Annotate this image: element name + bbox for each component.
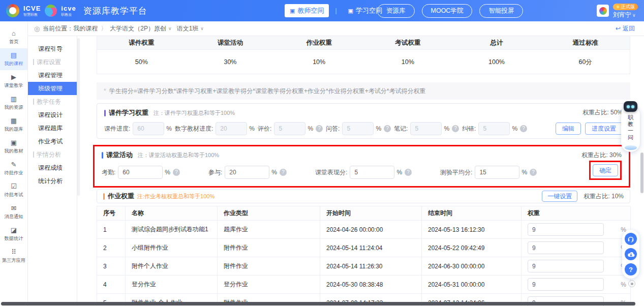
app-title: 资源库教学平台 [83,5,147,17]
menu-section-teaching-tasks: 教学任务 [28,95,77,108]
col-start: 开始时间 [320,206,422,221]
top-header: ICVE 智慧职教 icve 职教云 资源库教学平台 ▣ 教师空间 | ▣ 学习… [0,0,644,21]
col-weight: 权重 [522,206,631,221]
rail-item-third-party-apps[interactable]: ⠿第三方应用 [0,245,27,267]
summary-col-total: 总计 [452,36,541,49]
help-icon[interactable]: ? [316,125,323,132]
horizontal-scrollbar[interactable] [1,302,635,305]
breadcrumb: ◎ 当前位置： 我的课程 〉 大学语文（2P）原创 ∨ 语文1班 ∨ ↩ 返回 [28,21,644,36]
chevron-down-icon[interactable]: ∨ [168,26,172,31]
summary-val-courseware: 50% [97,50,186,74]
smart-screen-button[interactable]: 智能投屏 [479,4,523,18]
tab-teacher-space[interactable]: ▣ 教师空间 [285,4,329,17]
digital-textbook-progress-input[interactable] [216,122,247,135]
assistant-widget[interactable]: 职教一问 [621,105,640,152]
courseware-progress-input[interactable] [133,122,164,135]
weights-summary-table: 课件权重 课堂活动 作业权重 考试权重 总计 通过标准 50% 30% 10% … [97,36,630,74]
digital-textbook-progress-label: 数字教材进度: [175,125,213,133]
pending-homework-icon: ✎ [11,161,17,168]
help-icon[interactable]: ? [173,169,180,176]
help-icon[interactable]: ? [452,125,459,132]
avatar[interactable] [597,5,609,17]
summary-val-classroom: 30% [186,50,275,74]
rail-item-question-bank[interactable]: ▦我的题库 [0,114,27,136]
homework-name: 测试综合题同步到试卷功能1 [126,221,218,239]
chevron-down-icon[interactable]: ∨ [200,26,204,31]
menu-item-course-management[interactable]: 课程管理 [28,69,77,82]
rail-item-pending-homework[interactable]: ✎待批作业 [0,158,27,179]
qna-input[interactable] [342,122,374,135]
menu-item-course-grades[interactable]: 课程成绩 [28,161,77,174]
error-correction-label: 纠错: [462,125,476,133]
logo1-subtext: 智慧职教 [23,13,41,16]
rail-item-my-courses[interactable]: ▤我的课程 [0,48,27,70]
one-click-settings-button[interactable]: 一键设置 [542,191,577,202]
menu-item-class-management[interactable]: 班级管理 [28,82,77,95]
notes-input[interactable] [410,122,442,135]
homework-name: 附件个人作业 [126,257,218,276]
textbook-icon: ▣ [11,139,17,146]
col-no: 序号 [97,206,126,221]
version-badge: 正式版 [613,4,638,10]
user-menu[interactable]: 刘宵宁∨ [613,12,636,18]
pending-exam-icon: ☑ [11,183,17,190]
help-icon[interactable]: ? [384,125,391,132]
support-button[interactable] [625,233,637,245]
summary-col-courseware: 课件权重 [97,36,186,49]
rail-item-classroom-teaching[interactable]: ▶课堂教学 [0,70,27,92]
breadcrumb-course-select[interactable]: 大学语文（2P）原创 [110,24,166,33]
qna-label: 问答: [326,125,340,133]
attendance-label: 考勤: [102,168,115,177]
progress-settings-button[interactable]: 进度设置 [585,123,623,135]
help-icon[interactable]: ? [530,169,537,176]
table-row: 2 小组附件作业 附件作业 2024-05-14 11:24:04 2024-0… [97,239,630,257]
courseware-ratio: 权重占比: 50% [582,108,623,117]
menu-section-course-settings: 课程设置 [28,55,77,69]
help-icon[interactable]: ? [280,169,287,176]
help-icon[interactable]: ? [405,169,412,176]
confirm-button[interactable]: 确定 [593,164,618,176]
participation-input[interactable] [225,166,269,179]
help-icon[interactable]: ? [520,125,527,132]
resource-library-button[interactable]: 资源库 [377,4,415,18]
download-button[interactable] [625,248,637,260]
summary-val-homework: 10% [274,50,363,74]
rail-item-home[interactable]: ⌂首页 [0,26,27,48]
edit-button[interactable]: 编辑 [556,123,581,135]
nav-divider: | [335,7,336,14]
homework-table: 序号 名称 作业类型 开始时间 结束时间 权重 1 测试综合题同步到试卷功能1 … [97,206,630,306]
weight-input[interactable] [528,260,604,272]
icon-rail: ⌂首页 ▤我的课程 ▶课堂教学 ▥我的资源 ▦我的题库 ▣我的教材 ✎待批作业 … [0,21,28,306]
weight-input[interactable] [528,278,604,291]
rail-item-textbooks[interactable]: ▣我的教材 [0,136,27,158]
class-performance-input[interactable] [350,166,394,179]
message-icon: ✉ [11,205,17,212]
summary-val-exam: 10% [363,50,452,74]
rail-item-my-resources[interactable]: ▥我的资源 [0,92,27,114]
attendance-input[interactable] [118,166,163,179]
logo1-text: ICVE [23,5,41,12]
section-bar [103,193,105,200]
menu-item-homework-exam[interactable]: 作业考试 [28,135,77,148]
breadcrumb-class-select[interactable]: 语文1班 [177,24,199,33]
score-formula-note: *学生得分=课件学习分数*课件学习权重+课堂教学得分*课堂教学得分权重+作业分*… [97,82,630,100]
back-button[interactable]: ↩ 返回 [616,24,635,33]
help-button[interactable]: ? [625,263,637,276]
menu-item-course-design[interactable]: 课程设计 [28,108,77,121]
rail-item-statistics[interactable]: ◪数据统计 [0,223,27,245]
evaluation-input[interactable] [274,122,305,135]
collapse-toolbar-button[interactable] [628,280,635,287]
side-menu-scrollbar[interactable] [77,38,80,196]
error-correction-input[interactable] [478,122,510,135]
weight-input[interactable] [528,223,604,236]
rail-item-notifications[interactable]: ✉消息通知 [0,201,27,223]
menu-item-course-guide[interactable]: 课程引导 [28,42,77,55]
rail-item-pending-exams[interactable]: ☑待批考试 [0,179,27,201]
vertical-scrollbar[interactable] [640,152,643,193]
menu-item-statistical-analysis[interactable]: 统计分析 [28,174,77,188]
menu-item-course-question-bank[interactable]: 课程题库 [28,121,77,135]
mooc-academy-button[interactable]: MOOC学院 [422,4,473,18]
weight-input[interactable] [528,241,604,254]
quiz-average-input[interactable] [475,166,519,179]
breadcrumb-my-courses[interactable]: 我的课程 [73,24,98,33]
